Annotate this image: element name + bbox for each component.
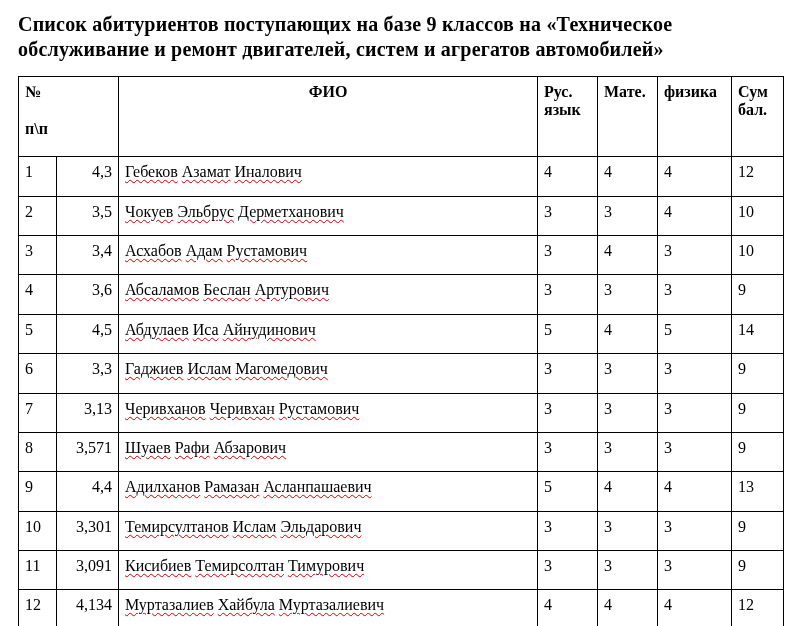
name-word: Ислам	[187, 360, 231, 377]
header-sum-l2: бал.	[738, 101, 767, 118]
header-number-l1: №	[25, 83, 41, 100]
cell-fio: Кисибиев Темирсолтан Тимурович	[119, 551, 538, 590]
name-word: Беслан	[203, 281, 250, 298]
name-word: Абдулаев	[125, 321, 189, 338]
cell-number: 6	[19, 354, 57, 393]
cell-math: 4	[598, 472, 658, 511]
cell-rank: 4,3	[57, 157, 119, 196]
cell-sum: 10	[732, 196, 784, 235]
header-number-l2: п\п	[25, 120, 48, 137]
header-russian: Рус. язык	[538, 77, 598, 157]
cell-sum: 13	[732, 472, 784, 511]
name-word: Шуаев	[125, 439, 171, 456]
table-header: № п\п ФИО Рус. язык Мате. физика Сум бал…	[19, 77, 784, 157]
cell-math: 3	[598, 275, 658, 314]
cell-russian: 4	[538, 590, 598, 626]
cell-math: 4	[598, 314, 658, 353]
cell-russian: 3	[538, 393, 598, 432]
cell-physics: 4	[658, 196, 732, 235]
name-word: Дерметханович	[238, 203, 344, 220]
name-word: Артурович	[255, 281, 329, 298]
name-word: Муртазалиевич	[279, 596, 384, 613]
table-row: 33,4Асхабов Адам Рустамович34310	[19, 235, 784, 274]
cell-number: 12	[19, 590, 57, 626]
cell-number: 1	[19, 157, 57, 196]
cell-russian: 3	[538, 275, 598, 314]
name-word: Кисибиев	[125, 557, 191, 574]
table-row: 63,3Гаджиев Ислам Магомедович3339	[19, 354, 784, 393]
cell-physics: 3	[658, 235, 732, 274]
header-physics: физика	[658, 77, 732, 157]
cell-sum: 9	[732, 551, 784, 590]
name-word: Иналович	[234, 163, 302, 180]
cell-fio: Абсаламов Беслан Артурович	[119, 275, 538, 314]
cell-fio: Адилханов Рамазан Асланпашаевич	[119, 472, 538, 511]
name-word: Гаджиев	[125, 360, 183, 377]
name-word: Айнудинович	[223, 321, 316, 338]
name-word: Черивхан	[210, 400, 275, 417]
name-word: Эльбрус	[177, 203, 234, 220]
cell-rank: 4,4	[57, 472, 119, 511]
cell-number: 7	[19, 393, 57, 432]
header-russian-l1: Рус.	[544, 83, 572, 100]
name-word: Рустамович	[279, 400, 360, 417]
cell-number: 8	[19, 432, 57, 471]
cell-fio: Шуаев Рафи Абзарович	[119, 432, 538, 471]
table-row: 73,13Черивханов Черивхан Рустамович3339	[19, 393, 784, 432]
cell-rank: 3,091	[57, 551, 119, 590]
cell-russian: 5	[538, 472, 598, 511]
name-word: Адилханов	[125, 478, 200, 495]
cell-sum: 10	[732, 235, 784, 274]
cell-physics: 5	[658, 314, 732, 353]
cell-rank: 3,13	[57, 393, 119, 432]
cell-math: 3	[598, 354, 658, 393]
cell-math: 3	[598, 511, 658, 550]
cell-sum: 9	[732, 511, 784, 550]
cell-rank: 3,571	[57, 432, 119, 471]
header-fio: ФИО	[119, 77, 538, 157]
cell-number: 11	[19, 551, 57, 590]
cell-rank: 3,4	[57, 235, 119, 274]
name-word: Рафи	[175, 439, 210, 456]
table-row: 94,4Адилханов Рамазан Асланпашаевич54413	[19, 472, 784, 511]
name-word: Асланпашаевич	[263, 478, 371, 495]
name-word: Хайбула	[218, 596, 275, 613]
cell-russian: 3	[538, 511, 598, 550]
cell-sum: 9	[732, 354, 784, 393]
name-word: Рустамович	[227, 242, 308, 259]
cell-russian: 3	[538, 354, 598, 393]
name-word: Абзарович	[214, 439, 286, 456]
cell-math: 4	[598, 590, 658, 626]
cell-math: 3	[598, 393, 658, 432]
name-word: Гебеков	[125, 163, 178, 180]
cell-russian: 4	[538, 157, 598, 196]
cell-fio: Чокуев Эльбрус Дерметханович	[119, 196, 538, 235]
cell-fio: Гаджиев Ислам Магомедович	[119, 354, 538, 393]
name-word: Ислам	[233, 518, 277, 535]
cell-sum: 9	[732, 275, 784, 314]
table-body: 14,3Гебеков Азамат Иналович4441223,5Чоку…	[19, 157, 784, 626]
cell-fio: Гебеков Азамат Иналович	[119, 157, 538, 196]
cell-number: 9	[19, 472, 57, 511]
cell-math: 4	[598, 157, 658, 196]
cell-sum: 9	[732, 393, 784, 432]
cell-russian: 3	[538, 551, 598, 590]
name-word: Тимурович	[288, 557, 364, 574]
cell-physics: 3	[658, 511, 732, 550]
cell-physics: 3	[658, 551, 732, 590]
cell-math: 3	[598, 551, 658, 590]
table-row: 54,5Абдулаев Иса Айнудинович54514	[19, 314, 784, 353]
cell-physics: 3	[658, 432, 732, 471]
name-word: Адам	[186, 242, 223, 259]
name-word: Иса	[193, 321, 219, 338]
header-sum: Сум бал.	[732, 77, 784, 157]
name-word: Чокуев	[125, 203, 173, 220]
applicants-table: № п\п ФИО Рус. язык Мате. физика Сум бал…	[18, 76, 784, 626]
name-word: Муртазалиев	[125, 596, 214, 613]
cell-rank: 3,301	[57, 511, 119, 550]
cell-rank: 3,6	[57, 275, 119, 314]
name-word: Асхабов	[125, 242, 182, 259]
cell-math: 3	[598, 196, 658, 235]
cell-sum: 14	[732, 314, 784, 353]
name-word: Абсаламов	[125, 281, 199, 298]
